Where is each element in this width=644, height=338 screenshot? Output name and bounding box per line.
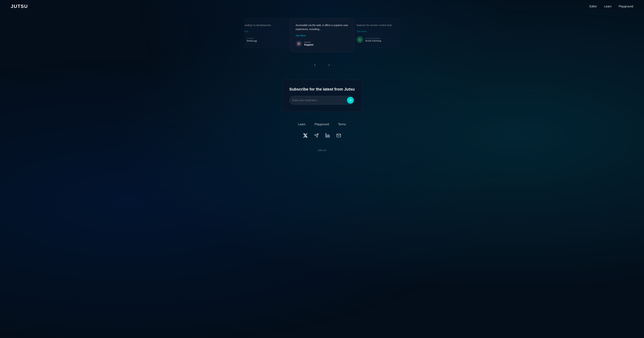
page-wrapper: Say goodbye to development... See More 🐻… <box>0 0 644 159</box>
subscribe-button[interactable] <box>347 97 354 104</box>
carousel-nav: ‹ › <box>0 61 644 69</box>
avatar-right: S <box>357 36 363 43</box>
author-role-center: DevRel <box>304 41 314 43</box>
testimonials-section: Say goodbye to development... See More 🐻… <box>0 15 644 58</box>
nav-playground[interactable]: Playground <box>619 5 633 8</box>
see-more-right[interactable]: See More <box>357 30 406 33</box>
footer-link-learn[interactable]: Learn <box>298 123 306 126</box>
card-text-left: Say goodbye to development... <box>238 23 287 27</box>
card-text-center: Accessible via the web, it offers a supe… <box>296 23 348 31</box>
author-role-right: Product Engineer <box>365 37 381 39</box>
card-author-right: S Product Engineer Scott Canning <box>357 36 406 43</box>
email-icon[interactable] <box>336 133 341 138</box>
testimonial-card-left: Say goodbye to development... See More 🐻… <box>232 18 293 48</box>
subscribe-section: Subscribe for the latest from Jutsu <box>282 80 362 112</box>
card-author-left: 🐻 Founder Dotan.gg <box>238 36 287 43</box>
author-name-center: Keypom <box>304 43 314 46</box>
author-info-left: Founder Dotan.gg <box>247 37 257 42</box>
see-more-center[interactable]: See More <box>296 34 348 37</box>
subscribe-form <box>289 96 355 105</box>
testimonial-card-center: Accessible via the web, it offers a supe… <box>290 18 354 52</box>
logo[interactable]: JUTSU <box>11 4 28 9</box>
twitter-x-icon[interactable] <box>303 133 308 138</box>
carousel-next-button[interactable]: › <box>326 61 332 69</box>
card-author-center: 🐻 DevRel Keypom <box>296 41 348 47</box>
telegram-icon[interactable] <box>314 133 319 138</box>
author-info-center: DevRel Keypom <box>304 41 314 46</box>
navbar: JUTSU Editor Learn Playground <box>0 0 644 13</box>
footer-copyright: jutsu.ai <box>0 149 644 159</box>
linkedin-icon[interactable] <box>325 133 330 138</box>
testimonial-card-right: features for version control and... See … <box>351 18 412 48</box>
avatar-center: 🐻 <box>296 41 302 47</box>
avatar-left: 🐻 <box>238 36 244 43</box>
nav-editor[interactable]: Editor <box>590 5 597 8</box>
see-more-left[interactable]: See More <box>238 30 287 33</box>
email-input[interactable] <box>292 97 347 103</box>
carousel-prev-button[interactable]: ‹ <box>312 61 318 69</box>
author-role-left: Founder <box>247 37 257 39</box>
author-info-right: Product Engineer Scott Canning <box>365 37 381 42</box>
footer-link-playground[interactable]: Playground <box>314 123 329 126</box>
author-name-left: Dotan.gg <box>247 39 257 42</box>
card-text-right: features for version control and... <box>357 23 406 27</box>
social-icons <box>0 133 644 138</box>
nav-learn[interactable]: Learn <box>604 5 612 8</box>
footer-links: Learn Playground Terms <box>0 123 644 126</box>
nav-links: Editor Learn Playground <box>590 5 633 8</box>
author-name-right: Scott Canning <box>365 39 381 42</box>
svg-point-0 <box>326 133 326 134</box>
footer-link-terms[interactable]: Terms <box>338 123 346 126</box>
subscribe-title: Subscribe for the latest from Jutsu <box>289 87 355 92</box>
